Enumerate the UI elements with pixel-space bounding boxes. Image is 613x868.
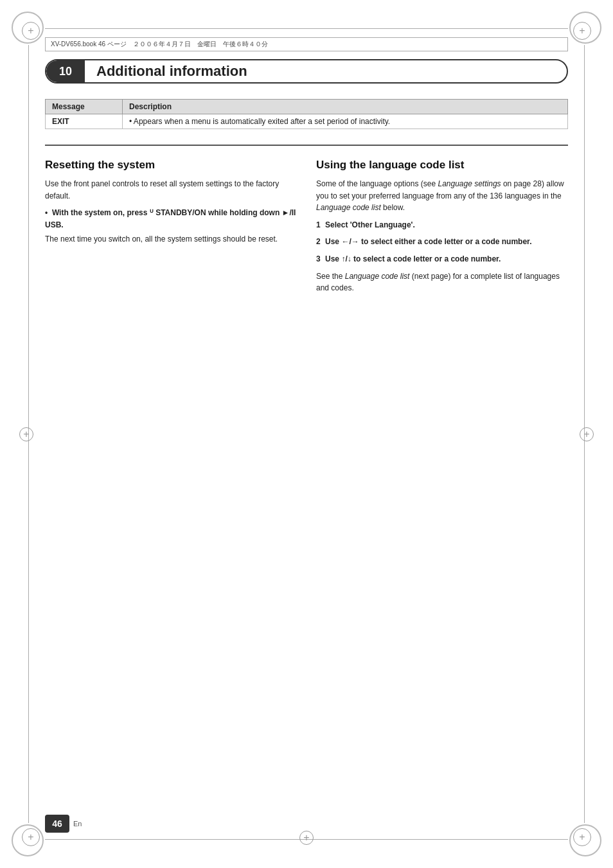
step2-num: 2 xyxy=(316,237,321,246)
step-1: 1 Select 'Other Language'. xyxy=(316,219,568,231)
table-row: EXIT • Appears when a menu is automatica… xyxy=(46,114,568,129)
reg-mark-tl xyxy=(18,18,44,44)
reg-mark-bl xyxy=(18,824,44,850)
header-bar: XV-DV656.book 46 ページ ２００６年４月７日 金曜日 午後６時４… xyxy=(45,37,568,51)
language-code-list-italic: Language code list xyxy=(316,203,381,212)
side-reg-left xyxy=(19,427,33,441)
step3-num: 3 xyxy=(316,254,321,263)
section-divider xyxy=(45,145,568,146)
step3-italic: Language code list xyxy=(345,272,410,281)
table-header-description: Description xyxy=(123,100,568,114)
side-reg-right xyxy=(580,427,594,441)
table-cell-message: EXIT xyxy=(46,114,123,129)
header-text: XV-DV656.book 46 ページ ２００６年４月７日 金曜日 午後６時４… xyxy=(51,40,268,49)
language-code-section: Using the language code list Some of the… xyxy=(316,159,568,299)
step2-text: Use ←/→ to select either a code letter o… xyxy=(325,237,531,246)
chapter-header: 10 Additional information xyxy=(45,59,568,84)
page-number: 46 xyxy=(45,815,69,833)
language-code-heading: Using the language code list xyxy=(316,159,568,172)
top-border-line xyxy=(45,28,568,29)
step-3: 3 Use ↑/↓ to select a code letter or a c… xyxy=(316,253,568,265)
step-2: 2 Use ←/→ to select either a code letter… xyxy=(316,236,568,248)
step1-text: Select 'Other Language'. xyxy=(325,220,415,229)
language-code-intro: Some of the language options (see Langua… xyxy=(316,178,568,214)
step3-text: Use ↑/↓ to select a code letter or a cod… xyxy=(325,254,501,263)
two-column-section: Resetting the system Use the front panel… xyxy=(45,159,568,299)
resetting-section: Resetting the system Use the front panel… xyxy=(45,159,297,299)
resetting-heading: Resetting the system xyxy=(45,159,297,172)
main-content: 10 Additional information Message Descri… xyxy=(45,59,568,804)
bottom-center-reg xyxy=(299,831,314,845)
language-settings-italic: Language settings xyxy=(438,179,501,188)
step3-body: See the Language code list (next page) f… xyxy=(316,270,568,294)
resetting-bullet-text: With the system on, press ᵁ STANDBY/ON w… xyxy=(45,208,296,229)
reg-mark-br xyxy=(569,824,595,850)
page-language: En xyxy=(73,820,82,828)
chapter-number: 10 xyxy=(46,60,85,82)
chapter-title: Additional information xyxy=(85,63,247,80)
resetting-bullet-heading: • With the system on, press ᵁ STANDBY/ON… xyxy=(45,207,297,231)
reg-mark-tr xyxy=(569,18,595,44)
message-table: Message Description EXIT • Appears when … xyxy=(45,99,568,129)
resetting-intro: Use the front panel controls to reset al… xyxy=(45,178,297,202)
table-header-message: Message xyxy=(46,100,123,114)
resetting-bullet-body: The next time you switch on, all the sys… xyxy=(45,233,297,245)
page-footer: 46 En xyxy=(45,815,82,833)
step1-num: 1 xyxy=(316,220,321,229)
table-cell-description: • Appears when a menu is automatically e… xyxy=(123,114,568,129)
